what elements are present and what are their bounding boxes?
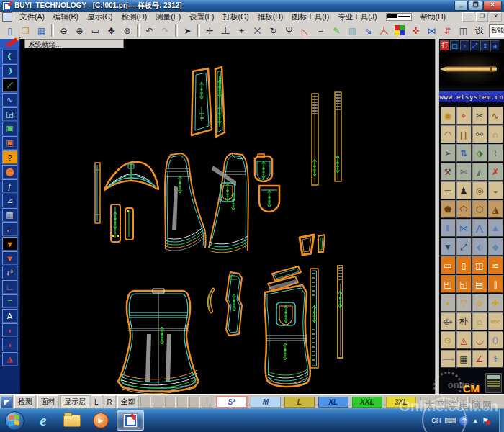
bottom-button-4[interactable]: R xyxy=(104,395,116,408)
corner2-icon[interactable]: ◱ xyxy=(456,275,472,293)
menu-item-4[interactable]: 测量(E) xyxy=(151,12,185,22)
angle-v-icon[interactable]: ∠ xyxy=(472,350,487,368)
piece-ruler-strip[interactable] xyxy=(310,269,318,368)
bottom-button-3[interactable]: L xyxy=(91,395,102,408)
blob-icon[interactable]: ⬤ xyxy=(2,165,18,179)
wave-curve-icon[interactable]: ∿ xyxy=(488,107,503,125)
road-icon[interactable]: ⌇ xyxy=(488,144,503,162)
rotate-button[interactable]: ↻ xyxy=(266,23,281,38)
frame-button[interactable]: ▢ xyxy=(450,40,459,51)
duck-icon[interactable]: ◗ xyxy=(441,294,456,312)
size-button-XXL[interactable]: XXL xyxy=(352,397,382,408)
square-orange-icon[interactable]: ▣ xyxy=(2,136,18,150)
piece-collar[interactable] xyxy=(104,162,158,190)
fm-ruler-icon[interactable]: ƒ xyxy=(2,179,18,193)
show-desktop-button[interactable] xyxy=(499,409,504,432)
dart-dark-icon[interactable]: ▼ xyxy=(2,237,18,251)
stethoscope-icon[interactable]: ⚕ xyxy=(488,350,503,368)
mode-select[interactable]: 智能模式F5 ▼ xyxy=(489,24,504,37)
panel2-icon[interactable]: ▯ xyxy=(456,256,472,274)
zoom-in-button[interactable]: ⊕ xyxy=(72,23,87,38)
menu-item-5[interactable]: 设置(F) xyxy=(185,12,218,22)
zoom-out-button[interactable]: ⊖ xyxy=(56,23,71,38)
puzzle-icon[interactable]: ⟴ xyxy=(441,312,456,330)
seam-icon[interactable]: ≋ xyxy=(488,256,503,274)
piece-collar-band-left[interactable] xyxy=(192,68,212,135)
save-button[interactable]: ▦ xyxy=(34,23,49,38)
bottom-button-0[interactable]: 检测 xyxy=(14,395,36,408)
wave-icon[interactable]: ∿ xyxy=(2,93,18,107)
iron-icon[interactable]: ⌂ xyxy=(472,312,487,330)
menu-item-9[interactable]: 专业工具(J) xyxy=(333,12,381,22)
help-icon[interactable]: ? xyxy=(2,150,18,164)
parallel-tool-button[interactable]: ＝ xyxy=(313,23,328,38)
piece-side-panel[interactable] xyxy=(226,272,242,336)
text-tool-icon[interactable]: A xyxy=(2,309,18,323)
website-banner[interactable]: www.etsystem.cn xyxy=(439,91,504,102)
corner-ruler-icon[interactable]: ⌐ xyxy=(2,222,18,236)
curve-spoon-icon[interactable]: ◡ xyxy=(472,331,487,349)
hammer-icon[interactable]: ⚒ xyxy=(441,163,456,181)
piece-tab-1[interactable] xyxy=(111,204,120,242)
menu-item-0[interactable]: 文件(A) xyxy=(15,12,49,22)
taskbar-cad-app[interactable]: ✎ xyxy=(117,410,144,431)
help-tray-icon[interactable]: ? xyxy=(459,416,469,426)
full-screen-button[interactable]: ▭ xyxy=(88,23,103,38)
dart-orange-icon[interactable]: ▼ xyxy=(2,251,18,265)
cup-icon[interactable]: ▽ xyxy=(456,294,472,312)
dot-button[interactable]: ◦ xyxy=(460,40,469,51)
taskbar-ie[interactable]: e xyxy=(30,411,56,430)
red-shape1-icon[interactable]: ◗ xyxy=(2,323,18,337)
angle-tool-button[interactable]: ◺ xyxy=(297,23,312,38)
flip-icon[interactable]: ⇄ xyxy=(2,266,18,279)
dart-fill-icon[interactable]: ▲ xyxy=(488,219,503,237)
piece-lower-back[interactable] xyxy=(118,289,199,394)
delete-x-icon[interactable]: ✗ xyxy=(488,163,503,181)
piece-placket-strip-2[interactable] xyxy=(335,92,341,181)
piece-tab-2[interactable] xyxy=(125,208,133,240)
diag-arrows-button[interactable]: ⤢ xyxy=(470,40,480,51)
pleat1-icon[interactable]: ⫴ xyxy=(441,219,456,237)
move-point-button[interactable]: ✜ xyxy=(408,23,423,38)
rider-icon[interactable]: ⚯ xyxy=(472,125,487,143)
piece-collar-band-right[interactable] xyxy=(215,67,225,137)
arrow-tool-button[interactable]: ⇘ xyxy=(361,23,376,38)
line-weight-widget[interactable] xyxy=(386,13,412,21)
bottom-button-2[interactable]: 显示层 xyxy=(60,395,89,408)
decay-curve-icon[interactable]: ◠ xyxy=(441,125,456,143)
piece-crescent[interactable] xyxy=(208,288,215,313)
taskbar-explorer[interactable] xyxy=(59,411,85,430)
close-button[interactable]: ✕ xyxy=(483,1,502,11)
size-button-XL[interactable]: XL xyxy=(318,397,348,408)
spiral-icon[interactable]: ◎ xyxy=(472,181,487,199)
gate-icon[interactable]: ∏ xyxy=(456,125,472,143)
corner1-icon[interactable]: ◰ xyxy=(441,275,456,293)
cut-map-icon[interactable]: ✄ xyxy=(456,163,472,181)
vase-icon[interactable]: ◒ xyxy=(488,181,503,199)
coin-tool-icon[interactable]: ◉ xyxy=(441,107,456,125)
a-button[interactable]: a xyxy=(490,40,500,51)
menu-item-2[interactable]: 显示(C) xyxy=(83,12,117,22)
piece-trapezoid-1[interactable] xyxy=(300,235,314,255)
red-shape2-icon[interactable]: ◖ xyxy=(2,338,18,351)
arc-icon[interactable]: ❩ xyxy=(2,64,18,78)
mdi-child-icon[interactable] xyxy=(2,12,12,22)
scissors-icon[interactable]: ✂ xyxy=(472,107,487,125)
panel3-icon[interactable]: ◫ xyxy=(472,256,487,274)
piece-strip-left[interactable] xyxy=(95,163,100,223)
cursor-arrow-icon[interactable]: ◤ xyxy=(1,396,13,408)
start-button[interactable] xyxy=(0,409,29,432)
piece-pocket[interactable] xyxy=(259,186,279,212)
piece-placket-strip-1[interactable] xyxy=(312,94,318,185)
angle-ruler-icon[interactable]: ⊿ xyxy=(2,194,18,207)
menu-help[interactable]: 帮助(H) xyxy=(416,12,451,22)
add-point-button[interactable]: ＋ xyxy=(234,23,249,38)
sewing-machine-icon[interactable]: ⎓ xyxy=(441,181,456,199)
menu-item-8[interactable]: 图标工具(I) xyxy=(287,12,333,22)
menu-item-3[interactable]: 检测(D) xyxy=(117,12,152,22)
abc-ruler-icon[interactable]: abc xyxy=(488,312,503,330)
plus-icon[interactable]: ✚ xyxy=(488,294,503,312)
action-center-flag-icon[interactable]: ⚑ xyxy=(482,416,489,426)
calculator-icon[interactable]: ▦ xyxy=(456,350,472,368)
dart-pair-icon[interactable]: ⋀ xyxy=(472,219,487,237)
